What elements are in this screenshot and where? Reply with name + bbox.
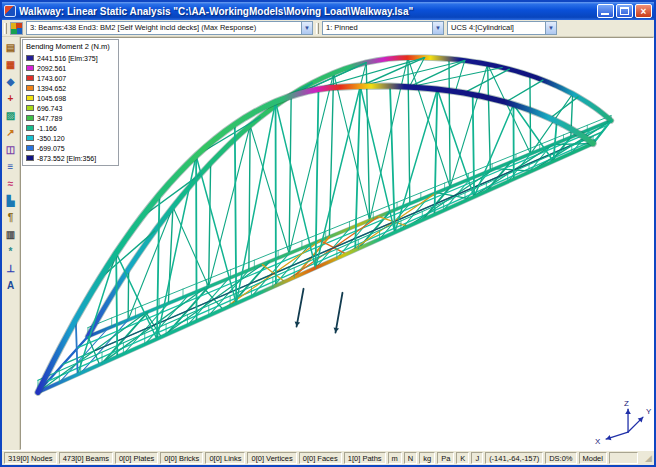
status-cell: N [404, 452, 417, 464]
legend-value: 1743.607 [37, 75, 66, 82]
layers-grid-icon[interactable] [10, 22, 23, 35]
contour-legend[interactable]: Bending Moment 2 (N.m) 2441.516 [Elm:375… [22, 39, 119, 166]
axes-icon[interactable]: ⊥ [3, 261, 19, 277]
status-cell: 0[0] Vertices [247, 452, 296, 464]
labels-icon[interactable]: A [3, 278, 19, 294]
legend-entry: -350.120 [26, 133, 115, 143]
toolbar-grip[interactable] [316, 23, 319, 34]
status-cell: 0[0] Links [205, 452, 245, 464]
ucs-combo-value: UCS 4:[Cylindrical] [448, 22, 517, 34]
minimize-button[interactable] [597, 4, 614, 18]
status-fill [609, 452, 638, 464]
status-cell: 0[0] Plates [115, 452, 158, 464]
legend-color-chip [26, 55, 34, 61]
application-window: Walkway: Linear Static Analysis "C:\AA-W… [0, 0, 656, 467]
loadcase-combo-value: 1: Pinned [323, 22, 361, 34]
legend-color-chip [26, 105, 34, 111]
maximize-icon [620, 7, 629, 15]
legend-entry: 1743.607 [26, 73, 115, 83]
status-cell: 473[0] Beams [59, 452, 113, 464]
app-icon [4, 5, 16, 17]
legend-entry: 2441.516 [Elm:375] [26, 53, 115, 63]
status-cell: K [456, 452, 469, 464]
legend-entry: -699.075 [26, 143, 115, 153]
window-title: Walkway: Linear Static Analysis "C:\AA-W… [19, 6, 594, 17]
ucs-combo[interactable]: UCS 4:[Cylindrical] ▼ [447, 21, 557, 35]
title-bar[interactable]: Walkway: Linear Static Analysis "C:\AA-W… [2, 2, 654, 20]
status-cell: DS:0% [545, 452, 576, 464]
chevron-down-icon[interactable]: ▼ [545, 22, 556, 34]
status-cell: J [471, 452, 483, 464]
vectors-layer-icon[interactable]: ↗ [3, 125, 19, 141]
status-cell: 0[0] Faces [299, 452, 342, 464]
legend-value: 347.789 [37, 115, 62, 122]
axis-x-label: X [595, 437, 601, 446]
legend-entry: -1.166 [26, 123, 115, 133]
chevron-down-icon[interactable]: ▼ [301, 22, 312, 34]
legend-value: -699.075 [37, 145, 65, 152]
load-arrow-icon [625, 409, 631, 414]
attributes-layer-icon[interactable]: + [3, 91, 19, 107]
legend-entry: 696.743 [26, 103, 115, 113]
legend-title: Bending Moment 2 (N.m) [26, 42, 115, 51]
status-cell: Pa [437, 452, 454, 464]
legend-value: -350.120 [37, 135, 65, 142]
window-controls: × [597, 4, 652, 18]
status-cell: kg [419, 452, 435, 464]
results-combo-value: 3: Beams:438 End3: BM2 [Self Weight incl… [27, 22, 259, 34]
values-layer-icon[interactable]: ≡ [3, 159, 19, 175]
legend-color-chip [26, 95, 34, 101]
results-combo[interactable]: 3: Beams:438 End3: BM2 [Self Weight incl… [26, 21, 313, 35]
legend-entry: -873.552 [Elm:356] [26, 153, 115, 163]
maximize-button[interactable] [616, 4, 633, 18]
axis-y-label: Y [646, 407, 652, 416]
legend-entry: 1045.698 [26, 93, 115, 103]
close-button[interactable]: × [635, 4, 652, 18]
legend-color-chip [26, 115, 34, 121]
annotation-icon[interactable]: ¶ [3, 210, 19, 226]
diagrams-layer-icon[interactable]: ◫ [3, 142, 19, 158]
legend-color-chip [26, 155, 34, 161]
status-cell: 0[0] Bricks [160, 452, 203, 464]
graph-wizard-icon[interactable]: ▙ [3, 193, 19, 209]
legend-value: 2092.561 [37, 65, 66, 72]
minimize-icon [601, 13, 609, 15]
status-cell: Model [579, 452, 607, 464]
legend-value: 1394.652 [37, 85, 66, 92]
legend-value: 696.743 [37, 105, 62, 112]
legend-value: 2441.516 [Elm:375] [37, 55, 98, 62]
loadcase-combo[interactable]: 1: Pinned ▼ [322, 21, 444, 35]
legend-color-chip [26, 135, 34, 141]
chevron-down-icon[interactable]: ▼ [432, 22, 443, 34]
legend-entries: 2441.516 [Elm:375]2092.5611743.6071394.6… [26, 53, 115, 163]
utilities-icon[interactable]: * [3, 244, 19, 260]
toolbar-grip[interactable] [4, 23, 7, 34]
treeview-icon[interactable]: ▤ [3, 40, 19, 56]
legend-entry: 347.789 [26, 113, 115, 123]
resize-grip-icon[interactable]: ◢ [640, 452, 652, 464]
status-cell: (-141,-64,-157) [485, 452, 543, 464]
model-viewport[interactable]: XYZ Bending Moment 2 (N.m) 2441.516 [Elm… [20, 37, 654, 450]
left-toolbar: ▤▦◆+▨↗◫≡≈▙¶▥*⊥A [2, 37, 20, 450]
axis-z-label: Z [624, 399, 629, 408]
legend-entry: 1394.652 [26, 83, 115, 93]
status-bar: 319[0] Nodes473[0] Beams0[0] Plates0[0] … [2, 450, 654, 465]
legend-value: -1.166 [37, 125, 57, 132]
close-icon: × [636, 5, 651, 17]
legend-value: -873.552 [Elm:356] [37, 155, 96, 162]
main-area: ▤▦◆+▨↗◫≡≈▙¶▥*⊥A XYZ Bending Moment 2 (N.… [2, 37, 654, 450]
status-cell: m [388, 452, 402, 464]
report-icon[interactable]: ▥ [3, 227, 19, 243]
legend-color-chip [26, 85, 34, 91]
main-toolbar: 3: Beams:438 End3: BM2 [Self Weight incl… [2, 20, 654, 37]
contours-layer-icon[interactable]: ▨ [3, 108, 19, 124]
status-cell: 319[0] Nodes [4, 452, 57, 464]
legend-color-chip [26, 65, 34, 71]
geometry-layer-icon[interactable]: ◆ [3, 74, 19, 90]
legend-color-chip [26, 75, 34, 81]
legend-color-chip [26, 145, 34, 151]
status-cell: 1[0] Paths [344, 452, 386, 464]
mesh-layer-icon[interactable]: ▦ [3, 57, 19, 73]
deformed-mesh-icon[interactable]: ≈ [3, 176, 19, 192]
legend-color-chip [26, 125, 34, 131]
